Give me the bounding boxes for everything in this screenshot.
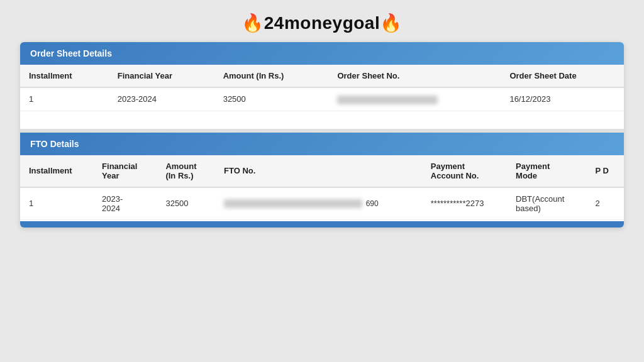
fto-cell-financial-year: 2023-2024 xyxy=(93,187,157,220)
fto-section: FTO Details Installment FinancialYear Am… xyxy=(20,133,624,220)
logo: 🔥24moneygoal🔥 xyxy=(242,6,402,42)
cell-financial-year: 2023-2024 xyxy=(109,87,214,111)
order-sheet-section: Order Sheet Details Installment Financia… xyxy=(20,42,624,129)
fto-col-amount: Amount(In Rs.) xyxy=(157,155,215,187)
main-card: Order Sheet Details Installment Financia… xyxy=(20,42,624,228)
fto-cell-installment: 1 xyxy=(20,187,93,220)
fto-col-financial-year: FinancialYear xyxy=(93,155,157,187)
cell-amount: 32500 xyxy=(214,87,329,111)
col-financial-year: Financial Year xyxy=(109,65,214,87)
col-installment: Installment xyxy=(20,65,109,87)
fto-no-suffix: 690 xyxy=(366,199,379,208)
cell-installment: 1 xyxy=(20,87,109,111)
blurred-fto-no xyxy=(224,199,362,208)
fire-icon-left: 🔥 xyxy=(242,13,264,33)
cell-order-sheet-date: 16/12/2023 xyxy=(501,87,624,111)
blurred-order-sheet-no xyxy=(337,96,438,104)
col-order-sheet-date: Order Sheet Date xyxy=(501,65,624,87)
col-order-sheet-no: Order Sheet No. xyxy=(328,65,501,87)
fto-col-payment-account: PaymentAccount No. xyxy=(422,155,507,187)
fto-col-installment: Installment xyxy=(20,155,93,187)
bottom-bar xyxy=(20,221,624,228)
fto-table-wrapper: Installment FinancialYear Amount(In Rs.)… xyxy=(20,155,624,220)
fto-col-fto-no: FTO No. xyxy=(215,155,422,187)
fto-cell-pd: 2 xyxy=(587,187,624,220)
table-row: 1 2023-2024 32500 16/12/2023 xyxy=(20,87,624,111)
fto-cell-payment-mode: DBT(Accountbased) xyxy=(507,187,587,220)
fto-col-payment-mode: PaymentMode xyxy=(507,155,587,187)
logo-text: 24moneygoal xyxy=(264,13,380,33)
order-sheet-header: Order Sheet Details xyxy=(20,42,624,65)
fto-cell-fto-no: 690 xyxy=(215,187,422,220)
fto-header-row: Installment FinancialYear Amount(In Rs.)… xyxy=(20,155,624,187)
order-sheet-table-wrapper: Installment Financial Year Amount (In Rs… xyxy=(20,65,624,111)
fto-table: Installment FinancialYear Amount(In Rs.)… xyxy=(20,155,624,220)
order-sheet-header-row: Installment Financial Year Amount (In Rs… xyxy=(20,65,624,87)
fto-header: FTO Details xyxy=(20,133,624,155)
fto-table-row: 1 2023-2024 32500 690 ***********2273 DB… xyxy=(20,187,624,220)
fto-cell-amount: 32500 xyxy=(157,187,215,220)
order-sheet-table: Installment Financial Year Amount (In Rs… xyxy=(20,65,624,111)
fire-icon-right: 🔥 xyxy=(380,13,402,33)
fto-col-pd: P D xyxy=(587,155,624,187)
col-amount: Amount (In Rs.) xyxy=(214,65,329,87)
fto-cell-payment-account: ***********2273 xyxy=(422,187,507,220)
cell-order-sheet-no xyxy=(328,87,501,111)
